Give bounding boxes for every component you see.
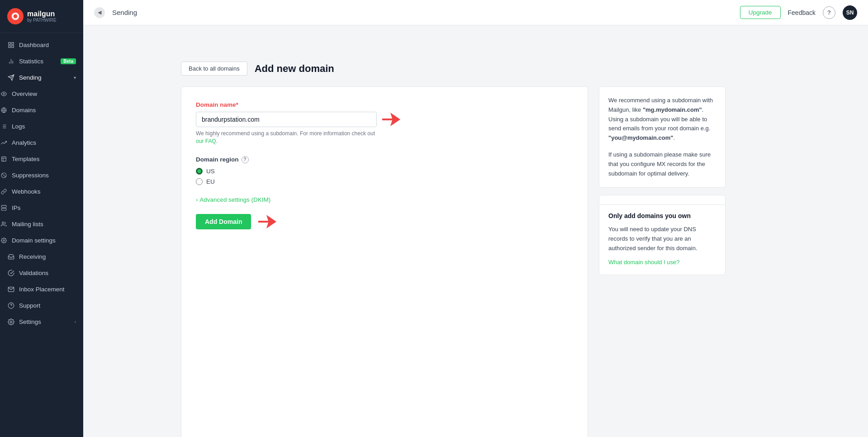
domain-input-row <box>196 112 573 127</box>
sidebar-label-mailing-lists: Mailing lists <box>12 221 76 228</box>
breadcrumb: Sending <box>112 9 733 16</box>
server-icon <box>0 204 7 211</box>
sidebar-item-support[interactable]: Support <box>0 297 83 314</box>
inbox-icon <box>7 253 14 260</box>
settings-chevron-icon: › <box>75 319 76 324</box>
sidebar-label-suppressions: Suppressions <box>12 172 76 179</box>
sidebar-item-ips[interactable]: IPs <box>0 200 83 216</box>
region-eu-option[interactable]: EU <box>196 178 573 185</box>
add-domain-button[interactable]: Add Domain <box>196 214 251 229</box>
main-content: Back to all domains Add new domain Domai… <box>166 51 868 437</box>
region-eu-radio[interactable] <box>196 178 203 185</box>
domain-name-input[interactable] <box>196 112 377 127</box>
svg-point-1 <box>14 14 17 18</box>
sidebar-item-domains[interactable]: Domains <box>0 102 83 118</box>
svg-rect-3 <box>11 42 13 44</box>
help-button[interactable]: ? <box>823 6 835 19</box>
faq-link[interactable]: our FAQ <box>196 138 216 144</box>
statistics-badge: Beta <box>61 58 76 64</box>
sidebar-item-mailing-lists[interactable]: Mailing lists <box>0 216 83 232</box>
domain-name-label: Domain name* <box>196 101 573 108</box>
sidebar-item-sending[interactable]: Sending ▾ <box>0 69 83 86</box>
layout-icon <box>0 155 7 162</box>
sidebar-item-domain-settings[interactable]: Domain settings <box>0 232 83 248</box>
page-title: Add new domain <box>255 63 334 75</box>
svg-marker-35 <box>258 215 276 228</box>
sidebar-label-statistics: Statistics <box>19 58 56 65</box>
sidebar-nav: Dashboard Statistics Beta Sending ▾ <box>0 33 83 437</box>
region-radio-group: US EU <box>196 168 573 185</box>
own-domains-title: Only add domains you own <box>608 212 716 219</box>
logo: mailgun by PATHWIRE <box>0 0 83 33</box>
sidebar-item-inbox-placement[interactable]: Inbox Placement <box>0 281 83 297</box>
upgrade-button[interactable]: Upgrade <box>740 6 781 19</box>
logo-subtext: by PATHWIRE <box>27 18 57 23</box>
sending-chevron-icon: ▾ <box>74 75 76 80</box>
card-divider <box>599 204 725 205</box>
svg-rect-5 <box>11 45 13 47</box>
sidebar-item-analytics[interactable]: Analytics <box>0 134 83 151</box>
sidebar-label-templates: Templates <box>12 156 76 162</box>
own-domains-text: You will need to update your DNS records… <box>608 225 716 253</box>
sidebar-item-statistics[interactable]: Statistics Beta <box>0 53 83 69</box>
users-icon <box>0 220 7 228</box>
sidebar-label-sending: Sending <box>19 74 69 81</box>
add-domain-row: Add Domain <box>196 214 573 229</box>
domain-name-section: Domain name* We highl <box>196 101 573 145</box>
svg-marker-34 <box>382 113 400 126</box>
region-eu-label: EU <box>206 178 215 185</box>
chevron-right-icon: › <box>196 196 198 203</box>
settings-sub-icon <box>0 237 7 244</box>
topbar: ◀ Sending Upgrade Feedback ? SN <box>83 0 868 25</box>
check-circle-icon <box>7 269 14 276</box>
sidebar-label-domains: Domains <box>12 107 76 114</box>
svg-point-29 <box>2 222 4 223</box>
list-icon <box>0 123 7 130</box>
send-icon <box>7 74 14 81</box>
what-domain-link[interactable]: What domain should I use? <box>608 259 680 266</box>
sidebar-item-webhooks[interactable]: Webhooks <box>0 183 83 200</box>
region-help-icon[interactable]: ? <box>242 156 249 163</box>
svg-line-24 <box>2 173 5 177</box>
svg-point-30 <box>3 239 4 241</box>
region-us-radio[interactable] <box>196 168 203 175</box>
sidebar-label-receiving: Receiving <box>19 253 76 260</box>
sidebar-item-overview[interactable]: Overview <box>0 86 83 102</box>
collapse-icon: ◀ <box>98 10 101 15</box>
svg-rect-26 <box>1 208 6 210</box>
sidebar-item-receiving[interactable]: Receiving <box>0 248 83 265</box>
svg-rect-20 <box>1 157 6 161</box>
form-card: Domain name* We highl <box>181 86 588 437</box>
link-icon <box>0 188 7 195</box>
add-domain-arrow <box>258 215 276 228</box>
advanced-settings-link[interactable]: › Advanced settings (DKIM) <box>196 196 270 203</box>
back-to-domains-button[interactable]: Back to all domains <box>181 62 247 76</box>
avatar[interactable]: SN <box>843 5 857 20</box>
svg-point-11 <box>3 93 4 94</box>
logo-name: mailgun <box>27 10 57 18</box>
gear-icon <box>7 318 14 325</box>
sidebar-label-overview: Overview <box>12 90 76 97</box>
sidebar-item-logs[interactable]: Logs <box>0 118 83 134</box>
form-section: Domain name* We highl <box>181 86 854 437</box>
sidebar-label-validations: Validations <box>19 270 76 276</box>
sidebar-label-webhooks: Webhooks <box>12 188 76 195</box>
sidebar-item-dashboard[interactable]: Dashboard <box>0 37 83 53</box>
info-column: We recommend using a subdomain with Mail… <box>599 86 726 437</box>
feedback-link[interactable]: Feedback <box>788 9 816 16</box>
sidebar-item-templates[interactable]: Templates <box>0 151 83 167</box>
sidebar-label-logs: Logs <box>12 123 76 130</box>
arrow-indicator <box>382 113 400 126</box>
collapse-button[interactable]: ◀ <box>94 7 105 18</box>
sidebar-label-settings: Settings <box>19 318 70 325</box>
svg-rect-25 <box>1 205 6 207</box>
region-label: Domain region ? <box>196 156 573 163</box>
sidebar-label-domain-settings: Domain settings <box>12 237 76 244</box>
sidebar-item-settings[interactable]: Settings › <box>0 314 83 330</box>
trending-up-icon <box>0 139 7 146</box>
sidebar-item-suppressions[interactable]: Suppressions <box>0 167 83 183</box>
region-us-option[interactable]: US <box>196 168 573 175</box>
domain-region-section: Domain region ? US EU <box>196 156 573 185</box>
sidebar-label-analytics: Analytics <box>12 139 76 146</box>
sidebar-item-validations[interactable]: Validations <box>0 265 83 281</box>
